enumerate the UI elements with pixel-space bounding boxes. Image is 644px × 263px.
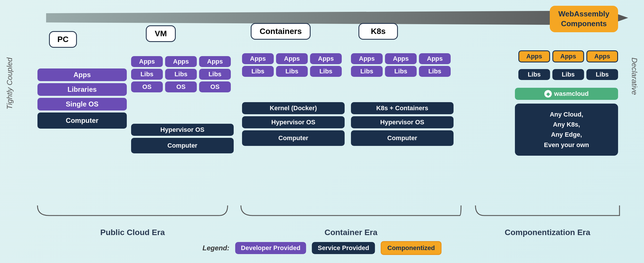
legend-prefix: Legend:	[203, 244, 229, 252]
pc-stack: Apps Libraries Single OS Computer	[37, 68, 127, 129]
wasmcloud-label: wasmcloud	[554, 90, 589, 98]
vm-col2-libs: Libs	[165, 69, 197, 80]
public-cloud-brace	[35, 204, 231, 218]
legend-service: Service Provided	[312, 242, 375, 254]
k8s-badge: K8s	[358, 23, 398, 40]
k8s-shared-layers: K8s + Containers Hypervisor OS Computer	[351, 102, 454, 146]
pc-computer: Computer	[37, 113, 127, 129]
containers-shared-layers: Kernel (Docker) Hypervisor OS Computer	[242, 102, 345, 146]
declarative-label: Declarative	[630, 58, 639, 95]
vm-badge: VM	[146, 25, 176, 42]
vm-col2-os: OS	[165, 81, 197, 92]
cont-kernel: Kernel (Docker)	[242, 102, 345, 114]
cont-col2-libs: Libs	[276, 66, 308, 77]
vm-col1-os: OS	[131, 81, 163, 92]
k8s-col3-libs: Libs	[419, 66, 451, 77]
vm-col3-libs: Libs	[199, 69, 231, 80]
main-container: Tightly Coupled Declarative PC Apps Libr…	[0, 0, 644, 263]
wasmcloud-bar: ◆ wasmcloud	[515, 88, 618, 100]
vm-col3-apps: Apps	[199, 56, 231, 67]
legend: Legend: Developer Provided Service Provi…	[203, 241, 442, 255]
k8s-col2-libs: Libs	[385, 66, 417, 77]
containers-badge: Containers	[251, 23, 311, 40]
wasm-libs-2: Libs	[552, 69, 584, 80]
vm-col3-os: OS	[199, 81, 231, 92]
legend-componentized: Componentized	[381, 241, 441, 255]
wasmcloud-logo: ◆	[544, 90, 552, 98]
component-era-brace	[473, 204, 622, 218]
k8s-computer: Computer	[351, 130, 454, 146]
k8s-col1-libs: Libs	[351, 66, 383, 77]
componentization-era-label: Componentization Era	[473, 228, 622, 237]
cont-col1-apps: Apps	[242, 53, 274, 64]
wasm-apps-1: Apps	[518, 50, 550, 62]
pc-badge: PC	[49, 31, 77, 48]
cont-col1-libs: Libs	[242, 66, 274, 77]
wasm-badge: WebAssemblyComponents	[550, 6, 618, 32]
evolution-arrow	[46, 11, 628, 25]
vm-shared-layers: Hypervisor OS Computer	[131, 124, 234, 153]
wasm-apps-2: Apps	[552, 50, 584, 62]
k8s-hypervisor-os: Hypervisor OS	[351, 116, 454, 128]
k8s-sub-cols: Apps Libs Apps Libs Apps Libs	[351, 53, 451, 77]
k8s-col3-apps: Apps	[419, 53, 451, 64]
cont-col2-apps: Apps	[276, 53, 308, 64]
wasm-libs-row: Libs Libs Libs	[518, 69, 618, 80]
containers-sub-cols: Apps Libs Apps Libs Apps Libs	[242, 53, 342, 77]
wasm-libs-1: Libs	[518, 69, 550, 80]
wasm-libs-3: Libs	[586, 69, 618, 80]
vm-col1-apps: Apps	[131, 56, 163, 67]
k8s-col1-apps: Apps	[351, 53, 383, 64]
cont-col3-libs: Libs	[310, 66, 342, 77]
tightly-coupled-label: Tightly Coupled	[5, 58, 14, 109]
pc-libraries: Libraries	[37, 83, 127, 96]
cont-computer: Computer	[242, 130, 345, 146]
wasm-apps-3: Apps	[586, 50, 618, 62]
cont-hypervisor-os: Hypervisor OS	[242, 116, 345, 128]
pc-single-os: Single OS	[37, 98, 127, 110]
public-cloud-era-label: Public Cloud Era	[35, 228, 231, 237]
vm-computer: Computer	[131, 138, 234, 153]
wasm-shared-layer: Any Cloud,Any K8s,Any Edge,Even your own	[515, 104, 618, 156]
k8s-col2-apps: Apps	[385, 53, 417, 64]
container-era-label: Container Era	[238, 228, 464, 237]
wasm-apps-row: Apps Apps Apps	[518, 50, 618, 62]
container-era-brace	[238, 204, 464, 218]
pc-apps: Apps	[37, 68, 127, 81]
vm-col1-libs: Libs	[131, 69, 163, 80]
vm-hypervisor-os: Hypervisor OS	[131, 124, 234, 136]
vm-col2-apps: Apps	[165, 56, 197, 67]
cont-col3-apps: Apps	[310, 53, 342, 64]
vm-sub-cols: Apps Libs OS Apps Libs OS Apps Libs OS	[131, 56, 231, 92]
k8s-containers: K8s + Containers	[351, 102, 454, 114]
wasm-any-cloud: Any Cloud,Any K8s,Any Edge,Even your own	[515, 104, 618, 156]
legend-developer: Developer Provided	[235, 242, 306, 254]
